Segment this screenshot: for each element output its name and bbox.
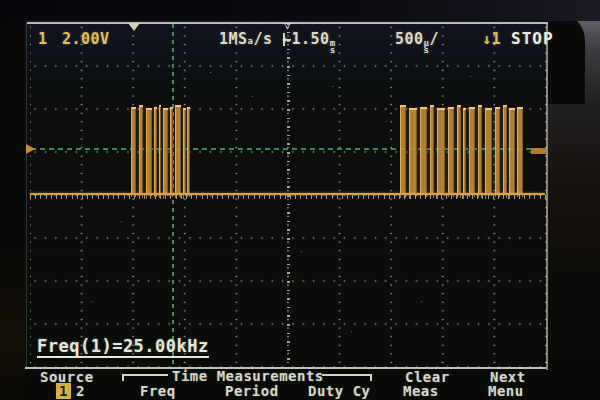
waveform-pulse [139, 105, 143, 195]
trigger-source-number: 1 [492, 30, 502, 48]
waveform-pulse [400, 105, 406, 195]
group-bracket-left-line [122, 374, 168, 376]
waveform-pulse [495, 107, 500, 195]
waveform-pulse [448, 107, 454, 195]
sample-rate-units: /s [254, 30, 273, 48]
group-bracket-right-stub [370, 374, 372, 381]
waveform-pulse [131, 107, 136, 195]
waveform-pulse [503, 105, 507, 195]
sample-rate-readout: 1MSa/s [219, 30, 273, 48]
softkey-clear-meas-line2[interactable]: Meas [403, 383, 439, 399]
waveform-pulse [146, 108, 152, 195]
group-bracket-right-line [322, 374, 372, 376]
waveform-pulse [485, 108, 492, 195]
softkey-duty-cycle[interactable]: Duty Cy [308, 383, 371, 399]
trigger-falling-edge-icon: ↓ [482, 30, 492, 48]
waveform-pulse [170, 107, 173, 195]
oscilloscope-photo: ▽ 1 2.00V 1MSa/s ←1.50ms 500µs/ ↓1 STOP … [0, 0, 600, 400]
waveform-pulse [187, 107, 190, 195]
delay-readout: ←1.50ms [283, 30, 336, 54]
waveform-pulse [463, 108, 466, 195]
waveform-pulse [469, 107, 475, 195]
timebase-slash: / [430, 30, 440, 48]
waveform-pulse [420, 107, 427, 195]
waveform-pulse [159, 105, 161, 195]
waveform-pulse [457, 105, 461, 195]
waveform-pulse [154, 107, 157, 195]
timebase-value: 500 [395, 30, 424, 48]
sample-rate-value: 1MS [219, 30, 248, 48]
trigger-status-readout: ↓1 [482, 30, 501, 48]
waveform-pulse [183, 108, 186, 195]
waveform-pulse [409, 108, 417, 195]
softkey-freq[interactable]: Freq [140, 383, 176, 399]
photo-noise-speckle [0, 0, 1, 1]
softkey-next-menu-line2[interactable]: Menu [488, 383, 524, 399]
waveform-pulse [175, 105, 181, 195]
softkey-period[interactable]: Period [225, 383, 279, 399]
run-state-indicator: STOP [511, 29, 554, 48]
waveform-pulse [478, 105, 482, 195]
menu-group-title: Time Measurements [172, 368, 324, 384]
delay-arrow-icon: ← [282, 30, 292, 48]
delay-unit-bottom: s [330, 47, 336, 54]
volts-per-div-readout: 2.00V [62, 30, 110, 48]
channel-number-label: 1 [38, 30, 48, 48]
waveform-pulse [437, 108, 445, 195]
waveform-baseline [30, 193, 545, 195]
waveform-pulse [509, 108, 515, 195]
delay-value: 1.50 [292, 30, 330, 48]
timebase-readout: 500µs/ [395, 30, 439, 54]
waveform-pulse [163, 108, 168, 195]
waveform-pulse [430, 105, 434, 195]
softkey-source-channel1[interactable]: 1 [56, 383, 71, 399]
frequency-measurement-readout: Freq(1)=25.00kHz [37, 336, 209, 358]
timebase-unit-bottom: s [424, 47, 430, 54]
softkey-source-channel2[interactable]: 2 [76, 383, 85, 399]
waveform-pulse [517, 107, 523, 195]
